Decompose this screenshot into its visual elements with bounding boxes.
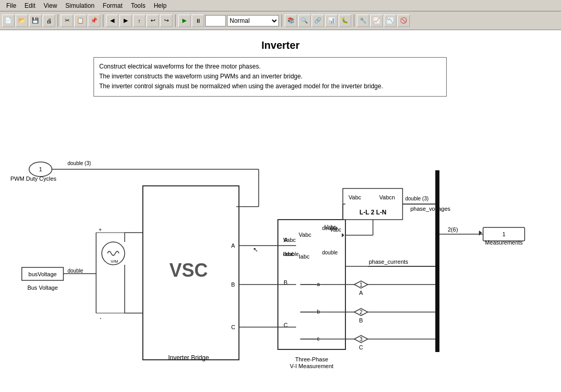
pause-button[interactable]: ⏸ <box>192 15 204 27</box>
diagram-canvas[interactable]: Inverter Construct electrical waveforms … <box>0 30 561 392</box>
vi-label1: Three-Phase <box>295 356 328 362</box>
run-button[interactable]: ▶ <box>178 15 191 27</box>
menu-edit[interactable]: Edit <box>20 1 39 10</box>
phase-currents-label: phase_currents <box>369 259 408 265</box>
bus-voltage-text: busVoltage <box>29 271 57 277</box>
port-1-label: A <box>359 290 363 296</box>
new-button[interactable]: 📄 <box>2 15 15 27</box>
output-arrow <box>479 231 482 236</box>
bus-voltage-label: Bus Voltage <box>28 285 58 291</box>
menu-file[interactable]: File <box>2 1 20 10</box>
pwm-label: PWM Duty Cycles <box>10 175 57 182</box>
double3-label: double (3) <box>405 196 429 201</box>
connect-button[interactable]: 🔗 <box>312 15 324 27</box>
inverter-bridge-label: Inverter Bridge <box>168 354 209 361</box>
output-measurements-label: Measurements <box>485 239 523 246</box>
port-2-label: B <box>359 317 363 323</box>
separator-3 <box>175 15 176 27</box>
ac-vm: V/M <box>111 259 118 264</box>
bridge-b-label: B <box>231 281 235 288</box>
debug-button[interactable]: 🐛 <box>339 15 351 27</box>
vi-b-out: b <box>317 309 320 315</box>
vi-a-label: A <box>284 237 288 243</box>
minus-sign: - <box>100 315 101 321</box>
arrow-button[interactable]: ↑ <box>133 15 145 27</box>
data-button[interactable]: 📊 <box>325 15 338 27</box>
bridge-a-label: A <box>231 242 235 249</box>
cursor: ↖ <box>253 246 258 253</box>
toolbar-btn-extra1[interactable]: 🔧 <box>357 15 369 27</box>
bridge-c-label: C <box>231 324 235 330</box>
ll2ln-vabcn: Vabcn <box>379 194 395 200</box>
menu-view[interactable]: View <box>39 1 61 10</box>
separator-5 <box>354 15 354 27</box>
vi-vabc-label: Vabc <box>299 232 312 238</box>
separator-4 <box>282 15 282 27</box>
menubar: File Edit View Simulation Format Tools H… <box>0 0 561 11</box>
menu-help[interactable]: Help <box>150 1 171 10</box>
port-pwm-num: 1 <box>39 166 42 172</box>
vi-a-out: a <box>317 281 320 287</box>
port-3-num: 3 <box>359 336 363 342</box>
toolbar-btn-extra2[interactable]: 📈 <box>370 15 383 27</box>
output-port-num: 1 <box>502 231 505 237</box>
toolbar-btn-extra4[interactable]: 🚫 <box>397 15 410 27</box>
save-button[interactable]: 💾 <box>29 15 42 27</box>
menu-format[interactable]: Format <box>99 1 127 10</box>
open-button[interactable]: 📂 <box>16 15 28 27</box>
signal-26: 2(6) <box>448 226 458 233</box>
vi-label2: V-I Measurement <box>290 363 333 369</box>
find-button[interactable]: 🔍 <box>298 15 311 27</box>
copy-button[interactable]: 📋 <box>74 15 87 27</box>
vi-double-iabc: double <box>322 250 338 255</box>
diagram-svg: 1 double (3) PWM Duty Cycles Uref busVol… <box>0 30 561 392</box>
sim-mode-select[interactable]: Normal Accelerator Rapid Accelerator <box>227 15 279 26</box>
paste-button[interactable]: 📌 <box>88 15 100 27</box>
cut-button[interactable]: ✂ <box>61 15 73 27</box>
vi-iabc-in: Iabc <box>283 251 294 257</box>
menu-simulation[interactable]: Simulation <box>61 1 99 10</box>
redo-button[interactable]: ↪ <box>160 15 172 27</box>
bus-double-label: double <box>68 268 83 274</box>
ll2ln-vabc: Vabc <box>349 194 362 200</box>
phase-voltages-label: phase_voltages <box>410 206 451 212</box>
vi-iabc-label: Iabc <box>299 253 310 260</box>
plus-sign: + <box>99 227 102 233</box>
port-1-num: 1 <box>359 282 363 288</box>
library-button[interactable]: 📚 <box>285 15 297 27</box>
redo-fwd-button[interactable]: ▶ <box>119 15 132 27</box>
toolbar-btn-extra3[interactable]: 📉 <box>384 15 396 27</box>
sim-time-input[interactable]: 1.4 <box>205 15 226 26</box>
menu-tools[interactable]: Tools <box>127 1 150 10</box>
ll2ln-label: L-L 2 L-N <box>359 209 386 216</box>
separator-2 <box>103 15 103 27</box>
toolbar: 📄 📂 💾 🖨 ✂ 📋 📌 ◀ ▶ ↑ ↩ ↪ ▶ ⏸ 1.4 Normal A… <box>0 11 561 30</box>
port-2-num: 2 <box>359 309 363 315</box>
undo-back-button[interactable]: ◀ <box>106 15 118 27</box>
signal-pwm-label: double (3) <box>68 160 91 166</box>
vabc-above: Vabc <box>330 227 341 233</box>
print-button[interactable]: 🖨 <box>43 15 55 27</box>
vi-c-out: c <box>317 336 319 342</box>
port-3-label: C <box>359 344 363 350</box>
bus-bar <box>435 170 439 352</box>
vsc-text: VSC <box>169 260 208 281</box>
separator-1 <box>58 15 58 27</box>
undo-button[interactable]: ↩ <box>146 15 159 27</box>
